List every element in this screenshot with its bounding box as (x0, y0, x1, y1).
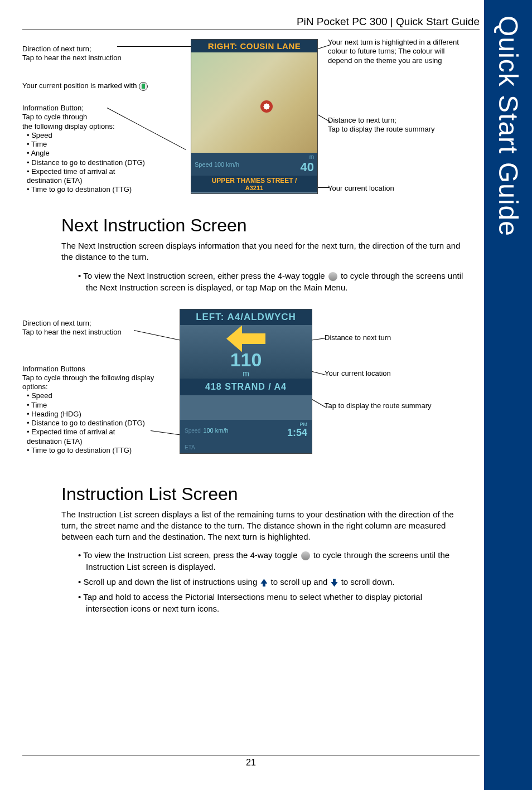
info-options-list: Speed Time Angle Distance to go to desti… (27, 131, 173, 195)
shot1-location[interactable]: UPPER THAMES STREET / A3211 (191, 176, 317, 192)
shot2-distance-box[interactable]: 110 m (180, 325, 312, 379)
screenshot-next-instruction: LEFT: A4/ALDWYCH 110 m 418 STRAND / A4 S… (180, 309, 312, 454)
shot2-banner[interactable]: LEFT: A4/ALDWYCH (180, 309, 312, 325)
callout2-info-buttons: Information Buttons Tap to cycle through… (22, 365, 173, 455)
info-options-list-2: Speed Time Heading (HDG) Distance to go … (27, 391, 173, 455)
figure-3d-map: Direction of next turn; Tap to hear the … (22, 38, 480, 201)
callout-info-button: Information Button; Tap to cycle through… (22, 104, 173, 195)
callout2-direction-turn: Direction of next turn; Tap to hear the … (22, 319, 156, 337)
callout2-distance-next: Distance to next turn (325, 333, 391, 342)
shot1-map[interactable] (191, 52, 317, 153)
shot1-banner[interactable]: RIGHT: COUSIN LANE (191, 40, 317, 52)
shot2-eta-row[interactable]: ETA (180, 440, 312, 453)
page-footer: 21 (22, 755, 480, 768)
heading-instruction-list: Instruction List Screen (61, 484, 480, 505)
callout2-current-location: Your current location (325, 369, 391, 378)
callout-current-position: Your current position is marked with (22, 81, 148, 91)
callout-distance-next: Distance to next turn; Tap to display th… (328, 116, 467, 134)
callout-next-turn-highlight: Your next turn is highlighted in a diffe… (328, 38, 467, 65)
side-tab-text: Quick Start Guide (493, 16, 524, 236)
callout-current-location: Your current location (328, 184, 394, 193)
callout2-route-summary: Tap to display the route summary (325, 401, 431, 410)
figure-next-instruction: Direction of next turn; Tap to hear the … (22, 303, 480, 465)
screenshot-3d-map: RIGHT: COUSIN LANE Speed 100 km/h m40 UP… (191, 39, 318, 194)
callout-direction-turn: Direction of next turn; Tap to hear the … (22, 45, 156, 63)
side-tab: Quick Start Guide (484, 0, 532, 790)
body-instruction-list: The Instruction List screen displays a l… (61, 509, 464, 543)
instruction-tap-hold: Tap and hold to access the Pictorial Int… (78, 591, 464, 614)
shot2-info-row[interactable]: Speed 100 km/h PM1:54 (180, 420, 312, 440)
instruction-scroll: Scroll up and down the list of instructi… (78, 576, 464, 588)
body-next-instruction: The Next Instruction screen displays inf… (61, 240, 464, 263)
toggle-icon (301, 551, 310, 560)
page-number: 21 (246, 758, 256, 767)
instruction-view-list: To view the Instruction List screen, pre… (78, 549, 464, 573)
shot1-info-bar[interactable]: Speed 100 km/h m40 (191, 153, 317, 176)
instruction-view-next: To view the Next Instruction screen, eit… (78, 270, 464, 293)
toggle-icon (328, 272, 337, 281)
heading-next-instruction: Next Instruction Screen (61, 215, 480, 236)
page-header: PiN Pocket PC 300 | Quick Start Guide (22, 16, 480, 30)
page-content: PiN Pocket PC 300 | Quick Start Guide Di… (22, 16, 480, 618)
position-marker-icon (139, 82, 148, 91)
scroll-up-icon (260, 579, 267, 587)
scroll-down-icon (331, 579, 338, 587)
shot2-location[interactable]: 418 STRAND / A4 (180, 379, 312, 395)
left-arrow-icon (226, 326, 265, 352)
